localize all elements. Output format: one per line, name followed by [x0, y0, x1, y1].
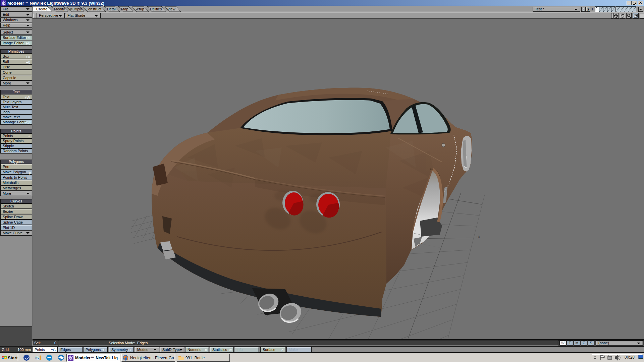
svg-text:Map: Map — [121, 7, 128, 11]
svg-text:Modify: Modify — [54, 7, 65, 11]
svg-text:Utilities: Utilities — [150, 7, 162, 11]
svg-text:Multiply: Multiply — [69, 7, 82, 11]
svg-text:View: View — [167, 7, 175, 11]
svg-text:Create: Create — [36, 7, 47, 11]
svg-text:Setup: Setup — [135, 7, 144, 11]
svg-text:+X: +X — [476, 235, 480, 239]
svg-text:Construct: Construct — [86, 7, 101, 11]
svg-text:Detail: Detail — [107, 7, 116, 11]
